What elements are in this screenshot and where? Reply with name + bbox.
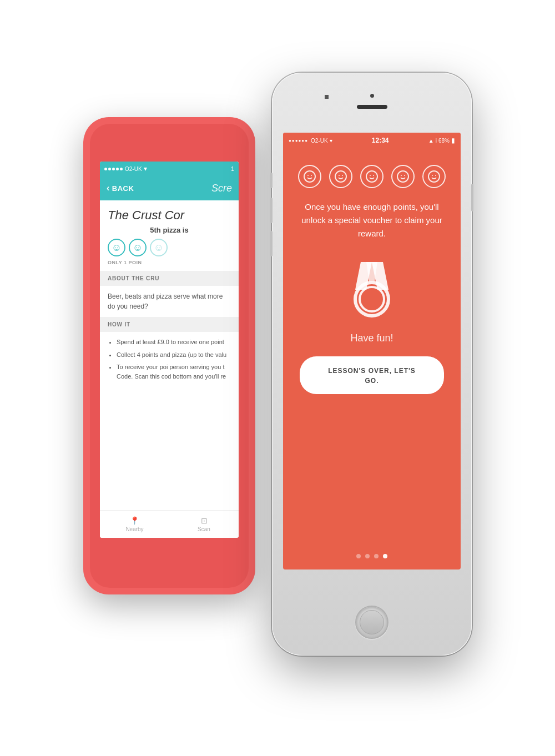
pagination-dots xyxy=(356,554,387,558)
have-fun-text: Have fun! xyxy=(350,332,393,344)
speaker-grille xyxy=(357,105,387,109)
svg-point-8 xyxy=(373,175,374,176)
signal-dots xyxy=(104,168,123,170)
scan-tab[interactable]: ⊡ Scan xyxy=(169,511,239,538)
pizza-subtitle: 5th pizza is xyxy=(108,226,231,234)
pag-dot-1 xyxy=(356,554,361,558)
svg-point-13 xyxy=(432,175,433,176)
svg-point-4 xyxy=(339,175,340,176)
how-item-3: To receive your poi person serving you t… xyxy=(117,362,231,381)
back-phone-screen: O2-UK ▾ 1 ‹ BACK Scre The Crust Cor 5 xyxy=(100,162,239,538)
scan-icon: ⊡ xyxy=(201,516,208,525)
content-area-back: The Crust Cor 5th pizza is ☺ ☺ ☺ ONLY 1 … xyxy=(100,200,239,397)
restaurant-title: The Crust Cor xyxy=(108,208,231,223)
about-header: ABOUT THE CRU xyxy=(108,275,231,281)
smiley-5 xyxy=(422,165,446,188)
status-bar-back: O2-UK ▾ 1 xyxy=(100,162,239,176)
how-list: Spend at least £9.0 to receive one point… xyxy=(108,337,231,381)
nav-bar-back: ‹ BACK Scre xyxy=(100,176,239,200)
nearby-tab[interactable]: 📍 Nearby xyxy=(100,511,169,538)
svg-point-19 xyxy=(360,287,384,311)
scan-label: Scan xyxy=(198,526,210,532)
time-back: 1 xyxy=(147,165,234,172)
power-button xyxy=(471,184,473,211)
points-label: ONLY 1 POIN xyxy=(108,260,231,265)
how-header: HOW IT xyxy=(108,321,231,327)
emoji-3: ☺ xyxy=(150,239,168,256)
smiley-1 xyxy=(298,165,321,188)
home-button-inner xyxy=(360,610,384,634)
nearby-label: Nearby xyxy=(125,526,143,532)
svg-point-6 xyxy=(366,171,377,182)
battery-icon: ▮ xyxy=(451,137,455,144)
emoji-2: ☺ xyxy=(129,239,147,256)
about-header-section: ABOUT THE CRU xyxy=(100,271,239,286)
svg-point-11 xyxy=(404,175,405,176)
phone-front: ●●●●●● O2-UK ▾ 12:34 ▲ i 68% ▮ xyxy=(272,73,472,656)
wifi-front: ▾ xyxy=(330,138,332,144)
carrier-front: O2-UK xyxy=(311,138,328,144)
svg-point-0 xyxy=(304,171,315,182)
home-button[interactable] xyxy=(355,606,389,639)
screen-content: Once you have enough points, you'll unlo… xyxy=(283,148,461,569)
back-button[interactable]: ‹ BACK xyxy=(107,183,134,193)
svg-point-3 xyxy=(335,171,346,182)
pag-dot-2 xyxy=(365,554,370,558)
cta-button-label: LESSON'S OVER, LET'S GO. xyxy=(328,367,416,385)
about-text: Beer, beats and pizza serve what more do… xyxy=(108,286,231,317)
smiley-4 xyxy=(391,165,415,188)
phone-top-area xyxy=(272,73,472,134)
volume-down-button xyxy=(270,231,273,256)
svg-point-10 xyxy=(401,175,402,176)
svg-point-5 xyxy=(342,175,343,176)
status-bar-front: ●●●●●● O2-UK ▾ 12:34 ▲ i 68% ▮ xyxy=(283,133,461,148)
time-front: 12:34 xyxy=(372,137,389,144)
pag-dot-4-active xyxy=(383,554,387,558)
nearby-icon: 📍 xyxy=(130,516,139,525)
svg-point-9 xyxy=(397,171,408,182)
network-icon: i xyxy=(436,138,437,144)
carrier-back: O2-UK xyxy=(125,166,142,172)
svg-point-7 xyxy=(370,175,371,176)
pag-dot-3 xyxy=(374,554,379,558)
location-icon: ▲ xyxy=(428,138,434,144)
brand-logo: Scre xyxy=(211,183,232,194)
cta-button[interactable]: LESSON'S OVER, LET'S GO. xyxy=(300,356,444,394)
battery-text: 68% xyxy=(438,138,450,144)
sensor-dot xyxy=(325,95,329,99)
smiley-3 xyxy=(360,165,384,188)
how-item-2: Collect 4 points and pizza (up to the va… xyxy=(117,350,231,360)
smiley-2 xyxy=(329,165,352,188)
svg-point-1 xyxy=(307,175,309,176)
mute-button xyxy=(270,173,273,188)
svg-point-12 xyxy=(428,171,440,182)
medal-icon xyxy=(341,254,402,322)
volume-up-button xyxy=(270,198,273,223)
phone-back: O2-UK ▾ 1 ‹ BACK Scre The Crust Cor 5 xyxy=(83,117,255,594)
reward-text: Once you have enough points, you'll unlo… xyxy=(294,200,450,240)
how-header-section: HOW IT xyxy=(100,317,239,332)
scene: O2-UK ▾ 1 ‹ BACK Scre The Crust Cor 5 xyxy=(83,73,472,683)
front-phone-screen: ●●●●●● O2-UK ▾ 12:34 ▲ i 68% ▮ xyxy=(283,133,461,569)
status-right: ▲ i 68% ▮ xyxy=(428,137,455,144)
how-content: Spend at least £9.0 to receive one point… xyxy=(108,332,231,390)
signal-dots-front: ●●●●●● xyxy=(289,138,308,143)
smiley-row-front xyxy=(298,165,446,188)
back-label: BACK xyxy=(112,184,134,193)
svg-point-14 xyxy=(435,175,436,176)
camera-dot xyxy=(370,94,374,98)
status-left: ●●●●●● O2-UK ▾ xyxy=(289,138,332,144)
svg-point-2 xyxy=(311,175,312,176)
bottom-tab-bar: 📍 Nearby ⊡ Scan xyxy=(100,510,239,538)
emoji-row: ☺ ☺ ☺ xyxy=(108,239,231,256)
emoji-1: ☺ xyxy=(108,239,125,256)
how-item-1: Spend at least £9.0 to receive one point xyxy=(117,337,231,347)
back-chevron-icon: ‹ xyxy=(107,183,110,193)
